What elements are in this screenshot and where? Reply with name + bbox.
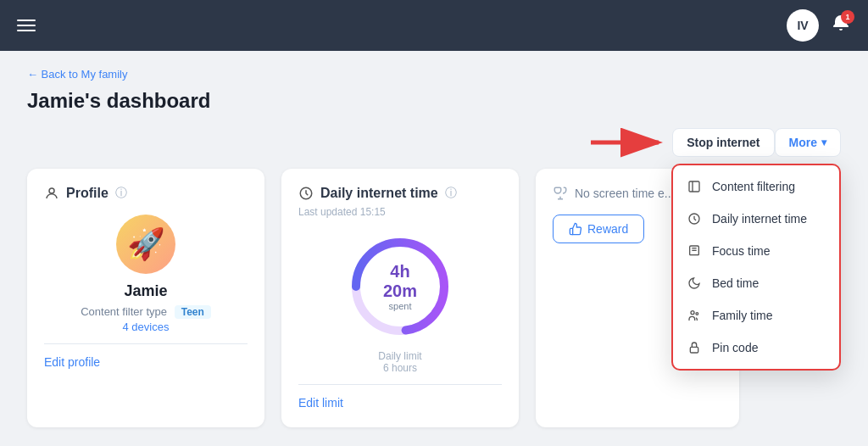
circle-chart-wrap: 4h 20m spent (298, 231, 502, 342)
family-icon (687, 308, 702, 323)
lock-icon (687, 340, 702, 355)
dropdown-menu: Content filtering Daily internet time Fo… (671, 164, 841, 371)
svg-rect-7 (690, 347, 698, 353)
edit-limit-link[interactable]: Edit limit (298, 396, 343, 410)
circle-center: 4h 20m spent (373, 262, 428, 311)
clock-icon (687, 211, 702, 226)
profile-filter-type: Content filter type Teen (44, 305, 248, 319)
info-icon-internet[interactable]: ⓘ (445, 186, 457, 201)
dropdown-item-label: Focus time (712, 244, 770, 258)
last-updated: Last updated 15:15 (298, 206, 502, 218)
internet-card-title: Daily internet time (320, 186, 438, 201)
user-avatar[interactable]: IV (787, 9, 819, 42)
teen-badge: Teen (175, 305, 211, 319)
profile-avatar: 🚀 (116, 215, 175, 274)
toolbar-area: Stop internet More ▾ Content filtering (27, 128, 841, 157)
notification-badge: 1 (841, 10, 854, 24)
dropdown-item-bed-time[interactable]: Bed time (673, 267, 839, 299)
arrow-indicator (582, 121, 676, 167)
profile-card-title: Profile (66, 186, 108, 201)
edit-profile-link[interactable]: Edit profile (44, 355, 100, 369)
profile-name: Jamie (44, 282, 248, 300)
chevron-down-icon: ▾ (821, 137, 826, 148)
back-link[interactable]: ← Back to My family (27, 68, 127, 81)
no-screen-text: No screen time e... (575, 187, 675, 200)
reward-button[interactable]: Reward (553, 215, 644, 243)
notifications-bell[interactable]: 1 (831, 14, 851, 37)
dropdown-item-focus-time[interactable]: Focus time (673, 235, 839, 267)
dropdown-item-label: Daily internet time (712, 212, 807, 226)
svg-rect-0 (689, 181, 699, 192)
user-icon (44, 186, 59, 201)
internet-card-header: Daily internet time ⓘ (298, 186, 502, 201)
more-button[interactable]: More ▾ (775, 128, 841, 157)
profile-avatar-wrap: 🚀 (44, 215, 248, 274)
dropdown-item-label: Content filtering (712, 180, 795, 193)
card-divider (44, 343, 248, 344)
more-label: More (789, 136, 817, 149)
profile-card: Profile ⓘ 🚀 Jamie Content filter type Te… (27, 169, 264, 427)
dropdown-item-label: Pin code (712, 341, 758, 354)
dropdown-item-daily-internet-time[interactable]: Daily internet time (673, 203, 839, 235)
svg-point-6 (696, 313, 698, 315)
card-divider-internet (298, 384, 502, 385)
dropdown-item-label: Family time (712, 309, 773, 322)
trophy-icon (553, 186, 568, 201)
profile-card-header: Profile ⓘ (44, 186, 248, 201)
profile-devices[interactable]: 4 devices (44, 321, 248, 333)
filter-icon (687, 179, 702, 194)
info-icon[interactable]: ⓘ (115, 186, 127, 201)
page-title: Jamie's dashboard (27, 89, 841, 113)
dropdown-item-label: Bed time (712, 276, 759, 290)
clock-card-icon (298, 186, 314, 201)
dropdown-item-pin-code[interactable]: Pin code (673, 332, 839, 364)
internet-time-card: Daily internet time ⓘ Last updated 15:15 (281, 169, 519, 427)
page: ← Back to My family Jamie's dashboard St… (0, 51, 868, 443)
header: IV 1 (0, 0, 868, 51)
dropdown-item-family-time[interactable]: Family time (673, 299, 839, 332)
daily-limit: Daily limit 6 hours (298, 350, 502, 374)
book-icon (687, 243, 702, 259)
circle-chart: 4h 20m spent (345, 231, 455, 342)
hamburger-menu[interactable] (17, 20, 36, 31)
circle-spent-label: spent (373, 301, 428, 311)
moon-icon (687, 276, 702, 291)
svg-point-9 (49, 188, 54, 193)
stop-internet-button[interactable]: Stop internet (672, 128, 774, 157)
reward-label: Reward (587, 222, 628, 236)
svg-point-5 (691, 311, 694, 315)
circle-time: 4h 20m (373, 262, 428, 301)
dropdown-item-content-filtering[interactable]: Content filtering (673, 170, 839, 203)
header-right: IV 1 (787, 9, 851, 42)
thumbs-up-icon (569, 222, 582, 236)
